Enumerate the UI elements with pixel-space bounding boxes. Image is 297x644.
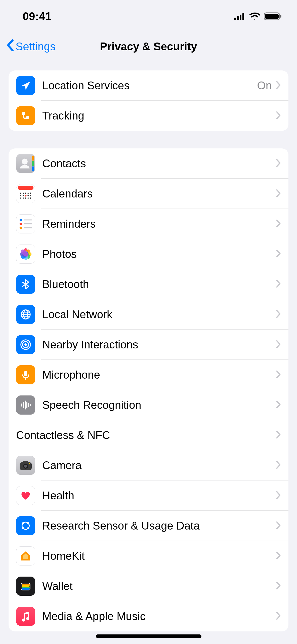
- chevron-right-icon: [276, 612, 281, 621]
- svg-rect-34: [24, 227, 32, 228]
- wallet-icon: [16, 577, 35, 596]
- svg-rect-51: [24, 371, 27, 376]
- row-contactless-nfc[interactable]: Contactless & NFC: [9, 420, 288, 450]
- row-label: Bluetooth: [42, 278, 276, 291]
- chevron-right-icon: [276, 370, 281, 380]
- waveform-icon: [16, 395, 35, 415]
- row-label: Camera: [42, 459, 276, 472]
- row-bluetooth[interactable]: Bluetooth: [9, 269, 288, 299]
- svg-rect-2: [240, 15, 241, 20]
- microphone-icon: [16, 365, 35, 384]
- row-wallet[interactable]: Wallet: [9, 571, 288, 601]
- photos-icon: [16, 245, 35, 264]
- chevron-right-icon: [276, 249, 281, 259]
- svg-rect-60: [23, 461, 28, 463]
- back-button[interactable]: Settings: [6, 39, 56, 54]
- svg-point-18: [30, 193, 31, 194]
- row-label: Local Network: [42, 308, 276, 321]
- svg-rect-7: [22, 112, 25, 115]
- status-indicators: [234, 12, 282, 21]
- group-location-tracking: Location Services On Tracking: [9, 70, 288, 131]
- row-local-network[interactable]: Local Network: [9, 299, 288, 330]
- row-calendars[interactable]: Calendars: [9, 179, 288, 209]
- row-research-sensor[interactable]: Research Sensor & Usage Data: [9, 511, 288, 541]
- svg-rect-12: [32, 167, 34, 171]
- chevron-right-icon: [276, 551, 281, 561]
- chevron-right-icon: [276, 219, 281, 229]
- chevron-right-icon: [276, 81, 281, 90]
- row-speech-recognition[interactable]: Speech Recognition: [9, 390, 288, 420]
- svg-point-22: [30, 195, 31, 196]
- svg-point-62: [24, 465, 27, 468]
- chevron-right-icon: [276, 111, 281, 120]
- svg-point-20: [23, 195, 24, 196]
- calendar-icon: [16, 184, 35, 203]
- svg-rect-70: [22, 585, 30, 587]
- row-label: HomeKit: [42, 550, 276, 562]
- svg-point-9: [22, 159, 27, 165]
- home-icon: [16, 546, 35, 566]
- svg-point-15: [23, 193, 24, 194]
- chevron-right-icon: [276, 310, 281, 319]
- row-label: Speech Recognition: [42, 399, 276, 411]
- chevron-right-icon: [276, 400, 281, 410]
- chevron-right-icon: [276, 581, 281, 591]
- svg-rect-0: [234, 18, 236, 20]
- status-time: 09:41: [23, 10, 52, 23]
- svg-point-17: [27, 193, 29, 194]
- svg-rect-71: [22, 587, 30, 588]
- music-icon: [16, 607, 35, 626]
- row-label: Location Services: [42, 79, 257, 92]
- row-label: Contactless & NFC: [16, 429, 276, 441]
- location-icon: [16, 76, 35, 95]
- row-homekit[interactable]: HomeKit: [9, 541, 288, 571]
- cellular-icon: [234, 13, 246, 20]
- row-reminders[interactable]: Reminders: [9, 209, 288, 239]
- chevron-right-icon: [276, 461, 281, 470]
- svg-point-29: [20, 219, 22, 221]
- row-label: Photos: [42, 248, 276, 260]
- globe-icon: [16, 305, 35, 324]
- svg-rect-32: [24, 223, 32, 224]
- row-label: Nearby Interactions: [42, 338, 276, 351]
- svg-rect-30: [24, 219, 32, 220]
- battery-icon: [264, 12, 282, 21]
- row-nearby-interactions[interactable]: Nearby Interactions: [9, 330, 288, 360]
- row-location-services[interactable]: Location Services On: [9, 70, 288, 101]
- nearby-icon: [16, 335, 35, 354]
- svg-rect-11: [32, 161, 34, 166]
- chevron-right-icon: [276, 521, 281, 531]
- svg-point-24: [23, 197, 24, 199]
- contacts-icon: [16, 154, 35, 173]
- wifi-icon: [249, 12, 260, 20]
- svg-point-16: [25, 193, 26, 194]
- svg-point-48: [24, 343, 27, 346]
- chevron-right-icon: [276, 340, 281, 349]
- row-health[interactable]: Health: [9, 480, 288, 511]
- svg-rect-72: [22, 588, 30, 590]
- svg-point-21: [27, 195, 29, 196]
- chevron-right-icon: [276, 491, 281, 500]
- row-media-apple-music[interactable]: Media & Apple Music: [9, 601, 288, 631]
- svg-rect-1: [237, 16, 239, 20]
- svg-rect-6: [280, 15, 281, 18]
- svg-point-63: [29, 463, 30, 464]
- svg-rect-69: [22, 584, 30, 585]
- row-label: Tracking: [42, 109, 276, 122]
- row-camera[interactable]: Camera: [9, 450, 288, 480]
- svg-point-31: [20, 223, 22, 225]
- home-indicator[interactable]: [96, 634, 201, 638]
- row-contacts[interactable]: Contacts: [9, 148, 288, 179]
- svg-point-14: [20, 193, 21, 194]
- row-label: Research Sensor & Usage Data: [42, 519, 276, 532]
- row-photos[interactable]: Photos: [9, 239, 288, 269]
- row-label: Wallet: [42, 580, 276, 592]
- group-privacy-items: Contacts Calendars Remin: [9, 148, 288, 631]
- row-label: Media & Apple Music: [42, 610, 276, 623]
- row-label: Microphone: [42, 369, 276, 381]
- row-value: On: [257, 79, 272, 92]
- row-tracking[interactable]: Tracking: [9, 101, 288, 131]
- row-microphone[interactable]: Microphone: [9, 360, 288, 390]
- svg-rect-3: [242, 13, 244, 20]
- camera-icon: [16, 456, 35, 475]
